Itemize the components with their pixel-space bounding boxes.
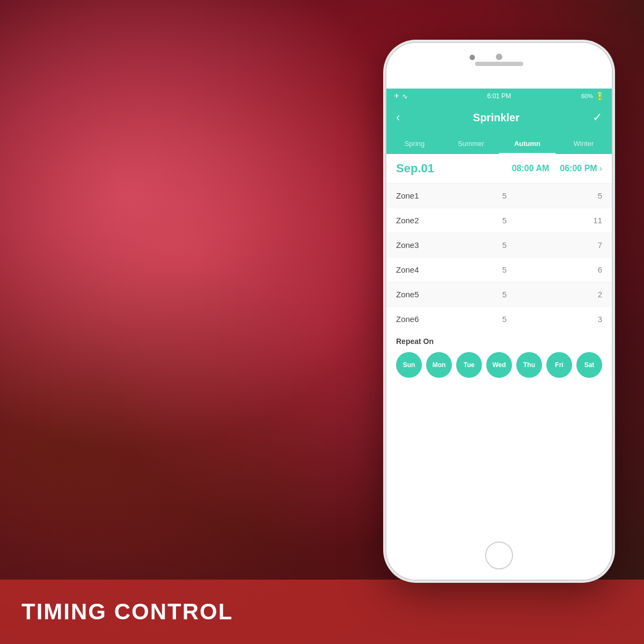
status-bar: ✈ ∿ 6:01 PM 60% 🔋 xyxy=(386,89,612,104)
bottom-banner: TIMING CONTROL xyxy=(0,580,644,644)
zone-name: Zone3 xyxy=(396,240,439,250)
status-left: ✈ ∿ xyxy=(394,92,408,100)
repeat-label: Repeat On xyxy=(396,337,602,346)
zone-name: Zone4 xyxy=(396,265,439,274)
zone-val1: 5 xyxy=(439,191,570,200)
tab-spring[interactable]: Spring xyxy=(386,134,443,154)
phone-frame: ✈ ∿ 6:01 PM 60% 🔋 ‹ Sprinkler ✓ Spring S… xyxy=(386,43,612,580)
day-btn-sun[interactable]: Sun xyxy=(396,352,422,378)
zone-name: Zone2 xyxy=(396,216,439,225)
start-time[interactable]: 08:00 AM xyxy=(512,164,550,173)
confirm-button[interactable]: ✓ xyxy=(592,111,602,125)
day-btn-tue[interactable]: Tue xyxy=(456,352,482,378)
wifi-icon: ∿ xyxy=(402,92,408,100)
zone-val1: 5 xyxy=(439,290,570,299)
end-time: 06:00 PM xyxy=(560,164,597,173)
home-button[interactable] xyxy=(485,541,513,569)
nav-title: Sprinkler xyxy=(473,112,519,124)
back-button[interactable]: ‹ xyxy=(396,111,400,125)
tab-autumn[interactable]: Autumn xyxy=(499,134,555,154)
day-btn-wed[interactable]: Wed xyxy=(486,352,512,378)
zone-name: Zone6 xyxy=(396,314,439,324)
zone-val1: 5 xyxy=(439,314,570,324)
phone-bottom-bezel xyxy=(386,531,612,580)
banner-title: TIMING CONTROL xyxy=(21,599,233,625)
front-camera xyxy=(470,55,475,60)
tab-winter[interactable]: Winter xyxy=(555,134,612,154)
day-btn-fri[interactable]: Fri xyxy=(546,352,572,378)
zone-row-4[interactable]: Zone4 5 6 xyxy=(386,258,612,282)
zone-val1: 5 xyxy=(439,265,570,274)
phone-top-bezel xyxy=(386,43,612,89)
zone-name: Zone5 xyxy=(396,290,439,299)
season-tabs: Spring Summer Autumn Winter xyxy=(386,131,612,154)
zone-val1: 5 xyxy=(439,240,570,250)
nav-bar: ‹ Sprinkler ✓ xyxy=(386,104,612,131)
zone-val2: 6 xyxy=(570,265,602,274)
battery-icon: 🔋 xyxy=(595,92,604,100)
zone-row-3[interactable]: Zone3 5 7 xyxy=(386,233,612,258)
zone-row-2[interactable]: Zone2 5 11 xyxy=(386,208,612,233)
repeat-section: Repeat On Sun Mon Tue Wed Thu Fri xyxy=(386,330,612,385)
zone-row-5[interactable]: Zone5 5 2 xyxy=(386,282,612,307)
zone-name: Zone1 xyxy=(396,191,439,200)
zone-val2: 11 xyxy=(570,216,602,225)
phone-speaker xyxy=(475,62,523,66)
zone-val2: 5 xyxy=(570,191,602,200)
day-btn-sat[interactable]: Sat xyxy=(576,352,602,378)
zone-table: Zone1 5 5 Zone2 5 11 Zone3 5 7 Zone4 5 6… xyxy=(386,184,612,330)
zone-row-1[interactable]: Zone1 5 5 xyxy=(386,184,612,208)
bottom-spacer xyxy=(386,385,612,531)
zone-val2: 2 xyxy=(570,290,602,299)
phone-wrapper: ✈ ∿ 6:01 PM 60% 🔋 ‹ Sprinkler ✓ Spring S… xyxy=(386,43,612,580)
phone-camera xyxy=(496,54,502,60)
date-time-row: Sep.01 08:00 AM 06:00 PM › xyxy=(386,154,612,184)
status-time: 6:01 PM xyxy=(487,92,511,100)
airplane-icon: ✈ xyxy=(394,92,399,100)
zone-val2: 3 xyxy=(570,314,602,324)
day-buttons: Sun Mon Tue Wed Thu Fri Sat xyxy=(396,352,602,378)
chevron-right-icon: › xyxy=(599,164,602,173)
tab-summer[interactable]: Summer xyxy=(443,134,499,154)
zone-val2: 7 xyxy=(570,240,602,250)
end-time-row[interactable]: 06:00 PM › xyxy=(560,164,602,173)
day-btn-mon[interactable]: Mon xyxy=(426,352,452,378)
status-right: 60% 🔋 xyxy=(581,92,604,100)
zone-row-6[interactable]: Zone6 5 3 xyxy=(386,307,612,330)
battery-indicator: 60% xyxy=(581,93,593,99)
day-btn-thu[interactable]: Thu xyxy=(516,352,542,378)
zone-val1: 5 xyxy=(439,216,570,225)
date-display[interactable]: Sep.01 xyxy=(396,162,434,175)
